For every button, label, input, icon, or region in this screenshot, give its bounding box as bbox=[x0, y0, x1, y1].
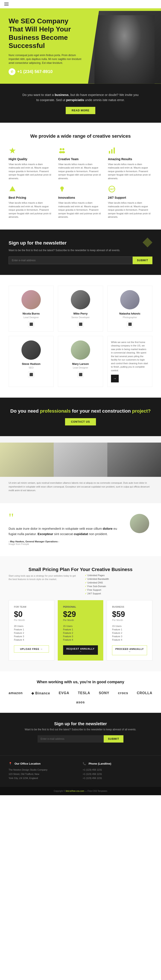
pricing-tier-1: Personal bbox=[63, 606, 98, 608]
pricing-row-top: Start using tools app as a strategy for … bbox=[9, 574, 152, 596]
partner-sony: SONY bbox=[99, 691, 109, 695]
svg-rect-7 bbox=[114, 148, 115, 154]
newsletter-email-input[interactable] bbox=[9, 256, 133, 264]
team-role-0: Lead Designer bbox=[12, 316, 50, 318]
newsletter-form: SUBMIT bbox=[9, 256, 152, 264]
pricing-plan1-f0: 15 Users bbox=[63, 625, 98, 627]
team-arrow-button[interactable]: → bbox=[111, 375, 119, 382]
instagram-icon-3[interactable]: ⬛ bbox=[28, 371, 34, 377]
team-section: Nicola Burns Lead Designer ⬛ Mike Perry … bbox=[0, 275, 161, 398]
hero-body: Nunc consequat justo eget enim finibus p… bbox=[9, 53, 82, 65]
pricing-plan2-f3: Feature 3 bbox=[112, 635, 147, 638]
amazing-results-icon bbox=[108, 147, 117, 155]
instagram-icon-4[interactable]: ⬛ bbox=[77, 371, 84, 377]
pricing-plan0-f0: 20 Users bbox=[14, 625, 49, 627]
footer-office-address: The Newton Design Studio Company 123 Str… bbox=[9, 768, 78, 780]
portfolio-caption-text: Ut enim ad minim veniam, quis nostrud ex… bbox=[9, 481, 152, 492]
creative-team-icon bbox=[58, 147, 67, 155]
service-title-4: Innovations bbox=[58, 196, 103, 199]
newsletter-decor: ◆ bbox=[143, 234, 152, 249]
team-card-1: Mike Perry Senior Developer ⬛ bbox=[58, 286, 103, 332]
service-item-support: 24/7 24/7 Support Vitae iaculis tellus m… bbox=[108, 185, 152, 219]
service-desc-4: Vitae iaculis tellus mauris a diam males… bbox=[58, 201, 103, 219]
team-name-0: Nicola Burns bbox=[12, 312, 50, 315]
instagram-icon-2[interactable]: ⬛ bbox=[127, 321, 133, 327]
svg-point-4 bbox=[61, 151, 65, 153]
newsletter-section: Sign up for the newsletter Want to be th… bbox=[0, 229, 161, 275]
pricing-plan0-f1: Feature 1 bbox=[14, 628, 49, 631]
hero-person bbox=[95, 15, 155, 84]
partners-heading: When working with us, you're in good com… bbox=[9, 680, 152, 684]
service-title-2: Amazing Results bbox=[108, 158, 152, 161]
team-role-4: Lead Designer bbox=[61, 366, 100, 369]
team-avatar-2 bbox=[120, 290, 140, 309]
cta-bold-project: project? bbox=[132, 408, 151, 414]
best-pricing-icon bbox=[9, 185, 17, 194]
team-name-3: Steve Hudson bbox=[12, 362, 50, 366]
pricing-period-2: Per Month bbox=[112, 619, 147, 621]
partners-logos: amazon ◆ Binance EVGA TESLA SONY crocs C… bbox=[9, 691, 152, 704]
team-grid-bottom: Steve Hudson SEO ⬛ Mary Larson Lead Desi… bbox=[9, 336, 152, 387]
newsletter-submit-button[interactable]: SUBMIT bbox=[133, 256, 152, 264]
service-item-pricing: Best Pricing Vitae iaculis tellus mauris… bbox=[9, 185, 53, 219]
newsletter2-submit-button[interactable]: SUBMIT bbox=[104, 735, 124, 743]
team-card-3: Steve Hudson SEO ⬛ bbox=[9, 336, 54, 387]
portfolio-image-0 bbox=[0, 442, 54, 477]
service-title-3: Best Pricing bbox=[9, 196, 53, 199]
team-role-1: Senior Developer bbox=[61, 316, 100, 318]
pricing-features-right: Unlimited Pages Unlimited Bandwidth Unli… bbox=[85, 574, 152, 596]
newsletter-title: Sign up for the newsletter bbox=[9, 240, 152, 246]
pricing-plan2-f4: Feature 4 bbox=[112, 638, 147, 641]
footer: 📍 Our Office Location The Newton Design … bbox=[0, 756, 161, 787]
instagram-icon-1[interactable]: ⬛ bbox=[77, 321, 84, 327]
pricing-plan0-f2: Feature 2 bbox=[14, 632, 49, 634]
hamburger-menu[interactable] bbox=[4, 3, 9, 6]
service-desc-5: Vitae iaculis tellus mauris a diam males… bbox=[108, 201, 152, 219]
cta-section: Do you need professionals for your next … bbox=[0, 398, 161, 436]
hero-phone[interactable]: ✆ +1 (234) 567-8910 bbox=[9, 68, 82, 75]
service-title-5: 24/7 Support bbox=[108, 196, 152, 199]
footer-office-title: 📍 Our Office Location bbox=[9, 762, 78, 765]
cta-heading: Do you need professionals for your next … bbox=[9, 408, 152, 414]
portfolio-section: Ut enim ad minim veniam, quis nostrud ex… bbox=[0, 436, 161, 503]
services-grid-bottom: Best Pricing Vitae iaculis tellus mauris… bbox=[9, 185, 152, 219]
service-title-1: Creative Team bbox=[58, 158, 103, 161]
pricing-title: Small Pricing Plan For Your Creative Bus… bbox=[9, 567, 152, 572]
svg-rect-5 bbox=[109, 151, 110, 154]
service-title-0: Hight Quality bbox=[9, 158, 53, 161]
pricing-button-2[interactable]: Proceed Annually → bbox=[112, 645, 147, 655]
hero-section: We SEO Company That Will Help Your Busin… bbox=[0, 8, 161, 84]
service-desc-1: Vitae iaculis tellus mauris a diam males… bbox=[58, 162, 103, 180]
footer-phone-numbers: +1 (123) 456 1231 +1 (123) 456 1231 +1 (… bbox=[83, 768, 152, 780]
svg-text:24/7: 24/7 bbox=[109, 188, 114, 191]
footer-link[interactable]: link.to/free-css.com bbox=[66, 790, 84, 792]
pricing-plan1-f4: Feature 4 bbox=[63, 638, 98, 641]
cta-contact-button[interactable]: CONTACT US bbox=[65, 418, 96, 425]
pricing-price-1: $29 bbox=[63, 610, 98, 619]
team-card-0: Nicola Burns Lead Designer ⬛ bbox=[9, 286, 54, 332]
service-item-team: Creative Team Vitae iaculis tellus mauri… bbox=[58, 147, 103, 180]
pricing-plan1-f2: Feature 2 bbox=[63, 632, 98, 634]
team-name-1: Mike Perry bbox=[61, 312, 100, 315]
newsletter2-email-input[interactable] bbox=[37, 735, 104, 743]
team-role-3: SEO bbox=[12, 366, 50, 369]
pricing-feature-2: Unlimited DNS bbox=[85, 581, 152, 584]
testimonial-avatar bbox=[130, 514, 149, 533]
pricing-button-0[interactable]: Upload Free → bbox=[14, 645, 49, 652]
portfolio-caption: Ut enim ad minim veniam, quis nostrud ex… bbox=[0, 477, 161, 497]
instagram-icon-0[interactable]: ⬛ bbox=[28, 321, 34, 327]
pricing-plan2-f1: Feature 1 bbox=[112, 628, 147, 631]
svg-point-2 bbox=[62, 148, 64, 150]
pricing-plan1-f1: Feature 1 bbox=[63, 628, 98, 631]
svg-rect-10 bbox=[61, 191, 63, 192]
newsletter-content: Sign up for the newsletter Want to be th… bbox=[9, 240, 152, 264]
services-title: We provide a wide range of creative serv… bbox=[9, 134, 152, 139]
partner-binance: ◆ Binance bbox=[31, 691, 50, 695]
read-more-button[interactable]: READ MORE bbox=[66, 107, 95, 114]
hero-image bbox=[88, 11, 161, 84]
quote-mark: " bbox=[9, 514, 120, 522]
pricing-tier-0: For Team bbox=[14, 606, 49, 608]
pricing-button-1[interactable]: Request Annually → bbox=[63, 645, 98, 655]
testimonial-person bbox=[127, 514, 152, 535]
team-name-2: Natasha Ivkovic bbox=[111, 312, 149, 315]
